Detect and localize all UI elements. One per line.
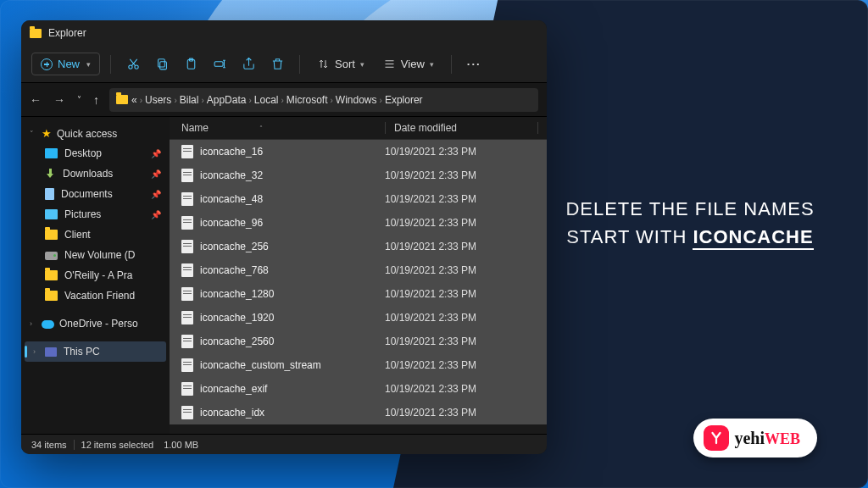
breadcrumb-segment[interactable]: Users [145, 94, 171, 106]
toolbar: New ▾ Sort ▾ View ▾ ··· [21, 46, 547, 83]
sidebar-this-pc[interactable]: › This PC [25, 341, 166, 362]
file-list: iconcache_16 10/19/2021 2:33 PM iconcach… [170, 140, 547, 434]
rename-button[interactable] [208, 53, 231, 76]
file-name: iconcache_2560 [200, 336, 385, 347]
file-date: 10/19/2021 2:33 PM [385, 407, 476, 419]
overlay-line1: DELETE THE FILE NAMES [554, 195, 826, 223]
file-row[interactable]: iconcache_1280 10/19/2021 2:33 PM [170, 282, 547, 306]
breadcrumb-segment[interactable]: Explorer [385, 94, 423, 106]
file-date: 10/19/2021 2:33 PM [385, 146, 476, 158]
titlebar[interactable]: Explorer [21, 20, 547, 46]
navigation-pane: ˅ ★ Quick access Desktop 📌 Downloads 📌 D… [21, 117, 170, 434]
star-icon: ★ [42, 127, 52, 140]
file-name: iconcache_768 [200, 264, 385, 276]
file-row[interactable]: iconcache_custom_stream 10/19/2021 2:33 … [170, 353, 547, 377]
file-icon [181, 216, 193, 230]
pin-icon: 📌 [151, 190, 161, 199]
copy-button[interactable] [150, 53, 174, 76]
sidebar-item-label: New Volume (D [64, 249, 135, 261]
breadcrumb-segment[interactable]: AppData [207, 94, 247, 106]
address-bar-row: ← → ˅ ↑ «›Users›Bilal›AppData›Local›Micr… [21, 83, 547, 117]
file-icon [181, 335, 193, 348]
sidebar-item-label: Vacation Friend [64, 290, 135, 302]
file-row[interactable]: iconcache_idx 10/19/2021 2:33 PM [170, 401, 547, 424]
sidebar-quick-access[interactable]: ˅ ★ Quick access [21, 124, 170, 143]
pic-icon [45, 209, 58, 219]
chevron-right-icon: › [331, 96, 333, 105]
new-button[interactable]: New ▾ [31, 53, 100, 75]
sidebar-item[interactable]: Desktop 📌 [21, 143, 170, 164]
file-row[interactable]: iconcache_2560 10/19/2021 2:33 PM [170, 330, 547, 353]
pc-icon [45, 347, 57, 357]
doc-icon [45, 188, 54, 200]
down-icon [45, 169, 56, 180]
fold-icon [45, 270, 58, 280]
delete-button[interactable] [265, 53, 289, 76]
svg-rect-2 [159, 62, 166, 69]
breadcrumb-segment[interactable]: « [131, 94, 137, 106]
file-date: 10/19/2021 2:33 PM [385, 383, 476, 395]
share-button[interactable] [236, 53, 260, 76]
file-icon [181, 311, 193, 324]
sidebar-item[interactable]: Vacation Friend [21, 286, 170, 306]
sort-button[interactable]: Sort ▾ [310, 53, 371, 75]
column-name[interactable]: Name ˄ [181, 122, 385, 134]
breadcrumb-segment[interactable]: Bilal [180, 94, 199, 106]
file-row[interactable]: iconcache_48 10/19/2021 2:33 PM [170, 187, 547, 211]
file-icon [181, 145, 193, 158]
pin-icon: 📌 [151, 149, 161, 158]
file-name: iconcache_idx [200, 407, 385, 419]
file-row[interactable]: iconcache_32 10/19/2021 2:33 PM [170, 164, 547, 187]
chevron-right-icon: › [201, 96, 203, 105]
file-date: 10/19/2021 2:33 PM [385, 336, 476, 347]
chevron-right-icon: › [30, 319, 36, 328]
more-button[interactable]: ··· [462, 58, 487, 70]
breadcrumb-segment[interactable]: Local [254, 94, 279, 106]
file-date: 10/19/2021 2:33 PM [385, 169, 476, 181]
fold-icon [45, 291, 58, 301]
status-size: 1.00 MB [164, 440, 198, 450]
file-icon [181, 263, 193, 277]
breadcrumb-segment[interactable]: Windows [336, 94, 377, 106]
file-name: iconcache_custom_stream [200, 359, 385, 371]
plus-icon [41, 58, 53, 70]
cut-button[interactable] [121, 53, 145, 76]
sidebar-item[interactable]: New Volume (D [21, 245, 170, 265]
sidebar-item[interactable]: O'Reilly - A Pra [21, 265, 170, 286]
file-row[interactable]: iconcache_96 10/19/2021 2:33 PM [170, 211, 547, 235]
file-name: iconcache_16 [200, 146, 385, 158]
file-name: iconcache_exif [200, 383, 385, 395]
nav-recent-button[interactable]: ˅ [77, 95, 81, 104]
nav-back-button[interactable]: ← [30, 93, 42, 107]
fold-icon [45, 230, 58, 240]
brand-name-2: WEB [765, 430, 800, 448]
sidebar-item[interactable]: Pictures 📌 [21, 204, 170, 225]
file-icon [181, 169, 193, 182]
file-date: 10/19/2021 2:33 PM [385, 264, 476, 276]
sort-indicator-icon: ˄ [259, 125, 263, 132]
column-date[interactable]: Date modified [394, 122, 537, 134]
chevron-right-icon: › [380, 96, 382, 105]
column-headers: Name ˄ Date modified [170, 117, 547, 140]
nav-forward-button[interactable]: → [53, 93, 65, 107]
sidebar-item[interactable]: Client [21, 225, 170, 245]
file-name: iconcache_1280 [200, 288, 385, 300]
file-date: 10/19/2021 2:33 PM [385, 217, 476, 229]
address-bar[interactable]: «›Users›Bilal›AppData›Local›Microsoft›Wi… [109, 88, 538, 112]
svg-rect-6 [214, 62, 223, 67]
file-row[interactable]: iconcache_exif 10/19/2021 2:33 PM [170, 377, 547, 401]
file-row[interactable]: iconcache_256 10/19/2021 2:33 PM [170, 235, 547, 258]
paste-button[interactable] [179, 53, 203, 76]
file-icon [181, 406, 193, 419]
sidebar-item[interactable]: Downloads 📌 [21, 164, 170, 184]
view-button[interactable]: View ▾ [376, 53, 441, 75]
chevron-right-icon: › [281, 96, 283, 105]
brand-logo-icon [704, 425, 729, 451]
breadcrumb-segment[interactable]: Microsoft [287, 94, 328, 106]
nav-up-button[interactable]: ↑ [93, 93, 99, 107]
sidebar-item[interactable]: Documents 📌 [21, 184, 170, 204]
file-row[interactable]: iconcache_1920 10/19/2021 2:33 PM [170, 306, 547, 330]
sidebar-onedrive[interactable]: › OneDrive - Perso [21, 314, 170, 333]
file-row[interactable]: iconcache_16 10/19/2021 2:33 PM [170, 140, 547, 164]
file-row[interactable]: iconcache_768 10/19/2021 2:33 PM [170, 258, 547, 282]
